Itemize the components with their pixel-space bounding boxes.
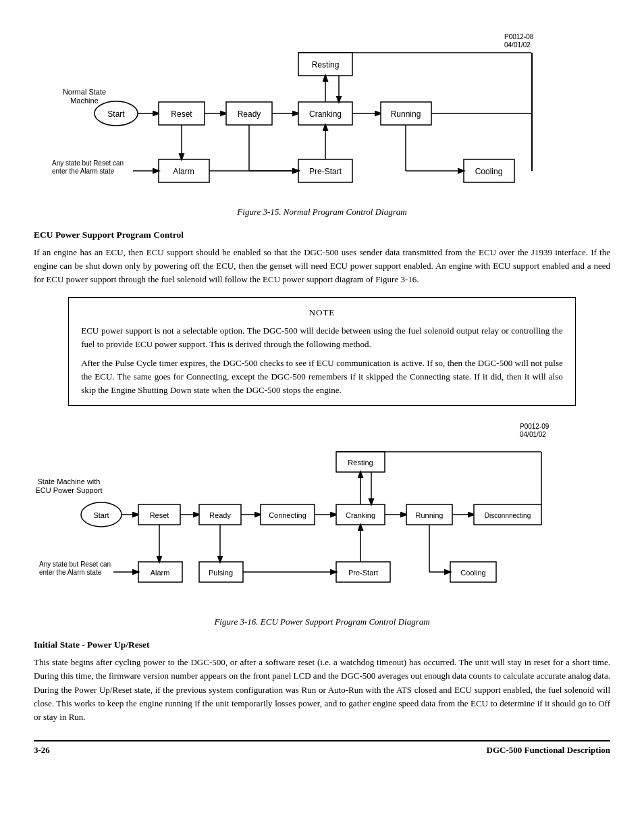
svg-text:Machine: Machine [70, 97, 99, 105]
svg-text:Connecting: Connecting [269, 511, 306, 519]
svg-text:Ready: Ready [238, 109, 261, 119]
svg-rect-39 [531, 53, 533, 171]
svg-text:04/01/02: 04/01/02 [520, 431, 546, 438]
svg-text:enter the Alarm state: enter the Alarm state [39, 569, 102, 576]
ecu-section-heading: ECU Power Support Program Control [34, 230, 610, 240]
svg-text:04/01/02: 04/01/02 [504, 41, 531, 49]
svg-text:Pre-Start: Pre-Start [309, 167, 342, 176]
svg-text:State Machine with: State Machine with [38, 477, 101, 486]
svg-text:ECU Power Support: ECU Power Support [35, 486, 102, 494]
svg-text:P0012-08: P0012-08 [504, 33, 534, 41]
initial-body-text: This state begins after cycling power to… [34, 656, 610, 724]
svg-text:enter the Alarm state: enter the Alarm state [52, 167, 115, 175]
initial-section-heading: Initial State - Power Up/Reset [34, 640, 610, 650]
svg-text:Start: Start [93, 511, 109, 519]
svg-text:Running: Running [416, 511, 444, 519]
svg-text:Cooling: Cooling [475, 167, 503, 176]
fig15-caption: Figure 3-15. Normal Program Control Diag… [34, 207, 610, 217]
svg-text:Cranking: Cranking [346, 511, 375, 519]
note-para2: After the Pulse Cycle timer expires, the… [81, 357, 563, 397]
note-para1: ECU power support is not a selectable op… [81, 324, 563, 351]
svg-text:Alarm: Alarm [151, 569, 170, 577]
ecu-body-text: If an engine has an ECU, then ECU suppor… [34, 246, 610, 286]
note-title: NOTE [81, 306, 563, 319]
fig16-caption: Figure 3-16. ECU Power Support Program C… [34, 617, 610, 627]
svg-text:Cranking: Cranking [309, 109, 342, 119]
svg-text:Resting: Resting [312, 60, 340, 70]
svg-text:Cooling: Cooling [460, 569, 485, 577]
svg-text:Alarm: Alarm [173, 167, 194, 176]
page-number: 3-26 [34, 745, 50, 756]
svg-text:Normal State: Normal State [63, 88, 106, 96]
page-footer: 3-26 DGC-500 Functional Description [34, 740, 610, 756]
svg-text:Pre-Start: Pre-Start [348, 569, 378, 577]
svg-text:Any state but Reset can: Any state but Reset can [52, 159, 124, 167]
svg-text:Running: Running [391, 109, 421, 119]
svg-text:Start: Start [107, 109, 125, 119]
svg-text:Reset: Reset [150, 511, 169, 519]
figure-16-diagram: P0012-09 04/01/02 State Machine with ECU… [34, 417, 610, 613]
svg-text:P0012-09: P0012-09 [520, 423, 549, 430]
svg-text:Resting: Resting [348, 459, 373, 467]
svg-text:Any state but Reset can: Any state but Reset can [39, 561, 111, 568]
svg-text:Pulsing: Pulsing [209, 569, 233, 577]
svg-text:Reset: Reset [171, 109, 192, 119]
note-box: NOTE ECU power support is not a selectab… [68, 297, 576, 406]
svg-text:Disconnnecting: Disconnnecting [485, 512, 531, 519]
figure-15-diagram: P0012-08 04/01/02 Normal State Machine S… [34, 27, 610, 203]
footer-title: DGC-500 Functional Description [487, 745, 610, 756]
svg-text:Ready: Ready [209, 511, 231, 519]
